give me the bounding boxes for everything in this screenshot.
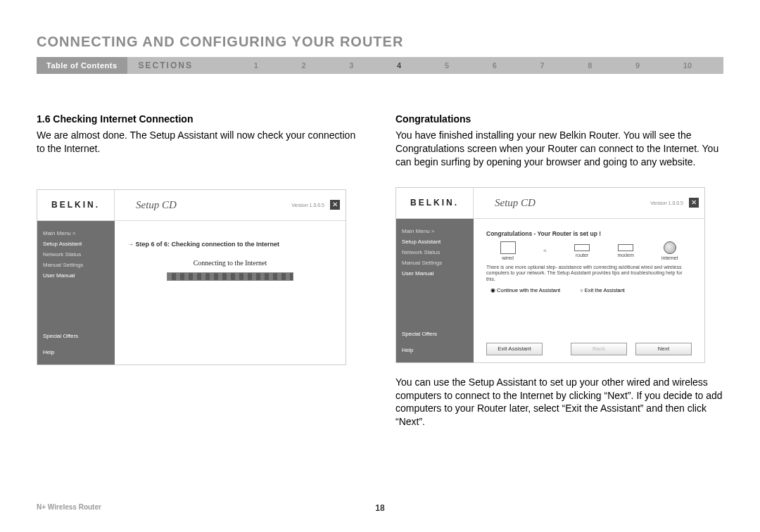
- footer-product: N+ Wireless Router: [37, 503, 101, 511]
- sidebar-item-usermanual[interactable]: User Manual: [43, 270, 109, 281]
- section-link-2[interactable]: 2: [302, 61, 306, 70]
- globe-icon: [664, 241, 676, 254]
- page-title: CONNECTING AND CONFIGURING YOUR ROUTER: [37, 34, 723, 50]
- section-nav: Table of Contents SECTIONS 1 2 3 4 5 6 7…: [37, 57, 723, 74]
- sidebar-item-setup[interactable]: Setup Assistant: [43, 239, 109, 249]
- section-link-7[interactable]: 7: [540, 61, 544, 70]
- section-link-3[interactable]: 3: [349, 61, 353, 70]
- sidebar-item-network[interactable]: Network Status: [43, 249, 109, 260]
- screenshot-checking: BELKIN. Setup CD Version 1.0.0.5 ✕ Main …: [37, 189, 346, 365]
- screenshot-congrats: BELKIN. Setup CD Version 1.0.0.5 ✕ Main …: [395, 187, 705, 363]
- network-diagram: wired « router modem internet: [486, 241, 692, 260]
- right-body-1: You have finished installing your new Be…: [395, 129, 723, 169]
- toc-link[interactable]: Table of Contents: [37, 57, 127, 74]
- ss-version-2: Version 1.0.0.5: [650, 201, 683, 205]
- right-body-2: You can use the Setup Assistant to set u…: [395, 376, 723, 429]
- right-column: Congratulations You have finished instal…: [395, 113, 723, 441]
- belkin-logo-2: BELKIN.: [396, 188, 474, 218]
- radio-exit[interactable]: Exit the Assistant: [580, 287, 625, 293]
- diagram-wired: wired: [500, 241, 516, 260]
- sidebar2-item-setup[interactable]: Setup Assistant: [402, 236, 468, 247]
- sidebar2-item-network[interactable]: Network Status: [402, 247, 468, 258]
- page-number: 18: [375, 503, 384, 513]
- congrats-label: Congratulations - Your Router is set up …: [486, 230, 692, 237]
- sidebar-item-manual[interactable]: Manual Settings: [43, 260, 109, 270]
- sidebar2-item-offers[interactable]: Special Offers: [402, 329, 468, 339]
- sidebar-item-main[interactable]: Main Menu >: [43, 228, 109, 239]
- ss-sidebar: Main Menu > Setup Assistant Network Stat…: [37, 221, 115, 365]
- belkin-logo: BELKIN.: [37, 190, 115, 220]
- exit-assistant-button[interactable]: Exit Assistant: [486, 343, 543, 355]
- diagram-internet: internet: [661, 241, 678, 260]
- ss-version: Version 1.0.0.5: [291, 203, 324, 208]
- diagram-modem: modem: [617, 244, 633, 258]
- ss-main-checking: Step 6 of 6: Checking connection to the …: [115, 221, 346, 365]
- sidebar2-item-manual[interactable]: Manual Settings: [402, 258, 468, 268]
- ss-buttons: Exit Assistant Back Next: [486, 343, 692, 355]
- ss-main-congrats: Congratulations - Your Router is set up …: [474, 219, 704, 362]
- section-link-8[interactable]: 8: [588, 61, 592, 70]
- sections-label: SECTIONS: [127, 57, 204, 74]
- sidebar2-item-usermanual[interactable]: User Manual: [402, 268, 468, 279]
- close-icon[interactable]: ✕: [330, 200, 340, 210]
- sidebar2-item-main[interactable]: Main Menu >: [402, 226, 468, 236]
- sidebar-item-help[interactable]: Help: [43, 347, 109, 357]
- section-link-9[interactable]: 9: [635, 61, 640, 70]
- radio-continue[interactable]: Continue with the Assistant: [490, 287, 560, 293]
- section-link-10[interactable]: 10: [683, 61, 692, 70]
- ss-sidebar-2: Main Menu > Setup Assistant Network Stat…: [396, 219, 474, 362]
- step-label: Step 6 of 6: Checking connection to the …: [127, 241, 333, 248]
- router-icon: [574, 244, 590, 251]
- diagram-router: router: [574, 244, 590, 258]
- back-button[interactable]: Back: [571, 343, 627, 355]
- modem-icon: [618, 244, 633, 251]
- section-link-6[interactable]: 6: [493, 61, 497, 70]
- link-icon: «: [543, 247, 547, 254]
- computer-icon: [500, 241, 516, 254]
- section-link-4[interactable]: 4: [397, 61, 401, 70]
- right-heading: Congratulations: [395, 113, 723, 125]
- section-link-5[interactable]: 5: [445, 61, 449, 70]
- sidebar-item-offers[interactable]: Special Offers: [43, 331, 109, 341]
- section-links: 1 2 3 4 5 6 7 8 9 10: [204, 57, 723, 74]
- left-heading: 1.6 Checking Internet Connection: [37, 113, 365, 125]
- progress-bar: [167, 272, 293, 281]
- next-button[interactable]: Next: [635, 343, 692, 355]
- page-footer: N+ Wireless Router 18: [37, 503, 723, 511]
- left-body: We are almost done. The Setup Assistant …: [37, 129, 365, 156]
- left-column: 1.6 Checking Internet Connection We are …: [37, 113, 365, 441]
- close-icon-2[interactable]: ✕: [689, 198, 699, 208]
- section-link-1[interactable]: 1: [254, 61, 258, 70]
- ss-radios: Continue with the Assistant Exit the Ass…: [486, 287, 692, 293]
- ss-desc: There is one more optional step- assista…: [486, 265, 692, 283]
- sidebar2-item-help[interactable]: Help: [402, 345, 468, 355]
- ss-header: BELKIN. Setup CD Version 1.0.0.5 ✕: [37, 190, 346, 221]
- connecting-text: Connecting to the Internet: [127, 259, 333, 267]
- ss-header-2: BELKIN. Setup CD Version 1.0.0.5 ✕: [396, 188, 704, 219]
